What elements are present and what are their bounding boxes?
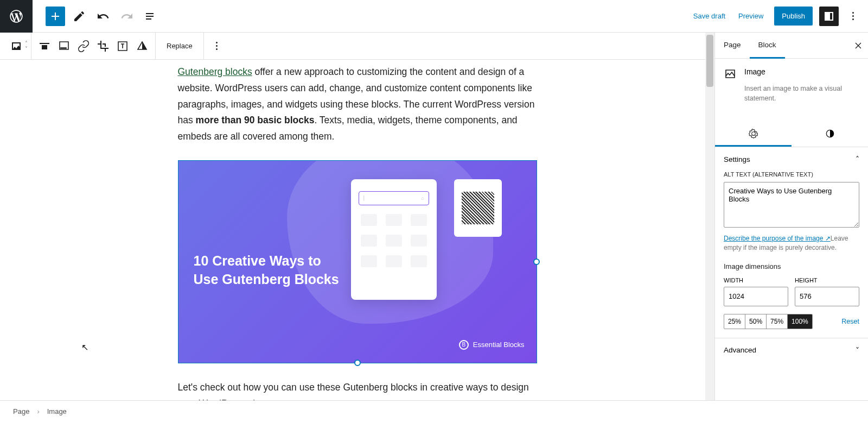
size-75-button[interactable]: 75% <box>767 314 788 329</box>
para1-bold: more than 90 basic blocks <box>196 115 315 125</box>
image-mock-logo <box>454 179 502 237</box>
alt-text-help-link[interactable]: Describe the purpose of the image ↗ <box>724 235 831 242</box>
block-name-label: Image <box>744 67 765 80</box>
gear-icon <box>748 128 759 139</box>
editor-canvas: Gutenberg blocks offer a new approach to… <box>0 33 714 400</box>
reset-size-button[interactable]: Reset <box>841 318 859 325</box>
paragraph-block[interactable]: Gutenberg blocks offer a new approach to… <box>178 64 537 145</box>
paragraph-block[interactable]: Let's check out how you can use these Gu… <box>178 380 537 400</box>
height-label: HEIGHT <box>795 277 859 284</box>
block-type-icon <box>724 67 737 80</box>
size-100-button[interactable]: 100% <box>788 314 812 329</box>
undo-button[interactable] <box>93 7 113 26</box>
block-description: Insert an image to make a visual stateme… <box>744 84 859 103</box>
breadcrumb-page[interactable]: Page <box>13 407 29 415</box>
alt-text-help: Describe the purpose of the image ↗Leave… <box>724 234 859 253</box>
size-50-button[interactable]: 50% <box>745 314 767 329</box>
plus-icon <box>49 10 62 23</box>
height-input[interactable] <box>795 287 859 306</box>
size-preset-buttons: 25% 50% 75% 100% <box>724 314 813 329</box>
publish-button[interactable]: Publish <box>774 7 813 26</box>
alt-text-input[interactable]: Creative Ways to Use Gutenberg Blocks <box>724 182 859 228</box>
cursor-pointer-icon: ↖ <box>81 342 88 352</box>
breadcrumb-image[interactable]: Image <box>47 407 67 415</box>
image-content: 10 Creative Ways to Use Gutenberg Blocks… <box>178 161 537 363</box>
panel-tabs: Page Block <box>715 33 868 59</box>
redo-button[interactable] <box>117 7 137 26</box>
image-footer-brand: B Essential Blocks <box>459 340 525 350</box>
wp-logo-button[interactable] <box>0 0 33 33</box>
settings-section-header[interactable]: Settings ˄ <box>715 147 868 171</box>
gutenberg-link[interactable]: Gutenberg blocks <box>178 66 252 77</box>
more-options-button[interactable] <box>843 7 863 26</box>
preview-button[interactable]: Preview <box>732 12 770 20</box>
list-view-button[interactable] <box>141 7 161 26</box>
resize-handle-bottom[interactable] <box>354 360 361 366</box>
width-input[interactable] <box>724 287 788 306</box>
settings-tab[interactable] <box>715 122 792 147</box>
sidebar-icon <box>822 10 835 23</box>
image-icon <box>724 67 737 80</box>
size-25-button[interactable]: 25% <box>724 314 745 329</box>
styles-tab[interactable] <box>792 122 868 147</box>
image-title-text: 10 Creative Ways to Use Gutenberg Blocks <box>194 252 339 289</box>
save-draft-button[interactable]: Save draft <box>687 12 732 20</box>
list-view-icon <box>144 10 157 23</box>
tools-button[interactable] <box>69 7 89 26</box>
redo-icon <box>120 10 133 23</box>
external-icon: ↗ <box>825 235 831 242</box>
tab-page[interactable]: Page <box>715 33 750 59</box>
close-icon <box>853 40 864 51</box>
resize-handle-right[interactable] <box>533 259 540 265</box>
breadcrumb-footer: Page › Image <box>0 400 868 422</box>
add-block-button[interactable] <box>46 7 65 26</box>
alt-text-label: ALT TEXT (ALTERNATIVE TEXT) <box>724 171 859 178</box>
contrast-icon <box>825 128 835 139</box>
canvas-scrollbar[interactable] <box>705 33 714 400</box>
chevron-right-icon: › <box>37 407 39 415</box>
editor-topbar: Save draft Preview Publish <box>0 0 868 33</box>
chevron-down-icon: ˅ <box>856 346 859 355</box>
settings-styles-toggle <box>715 122 868 147</box>
width-label: WIDTH <box>724 277 788 284</box>
pencil-icon <box>73 10 86 23</box>
undo-icon <box>97 10 110 23</box>
tab-block[interactable]: Block <box>750 33 785 59</box>
wordpress-icon <box>9 9 24 24</box>
advanced-section-header[interactable]: Advanced ˅ <box>715 338 868 362</box>
settings-panel-toggle[interactable] <box>819 7 839 26</box>
chevron-up-icon: ˄ <box>856 155 859 163</box>
settings-panel: Page Block Image Insert an image to make… <box>714 33 868 400</box>
image-dimensions-label: Image dimensions <box>724 262 859 270</box>
brand-icon: B <box>459 340 469 350</box>
scrollbar-thumb[interactable] <box>706 35 713 87</box>
ellipsis-v-icon <box>852 12 854 20</box>
image-mock-popup: |⌕ <box>351 179 437 300</box>
image-block[interactable]: 10 Creative Ways to Use Gutenberg Blocks… <box>178 160 537 363</box>
panel-close-button[interactable] <box>848 33 868 59</box>
